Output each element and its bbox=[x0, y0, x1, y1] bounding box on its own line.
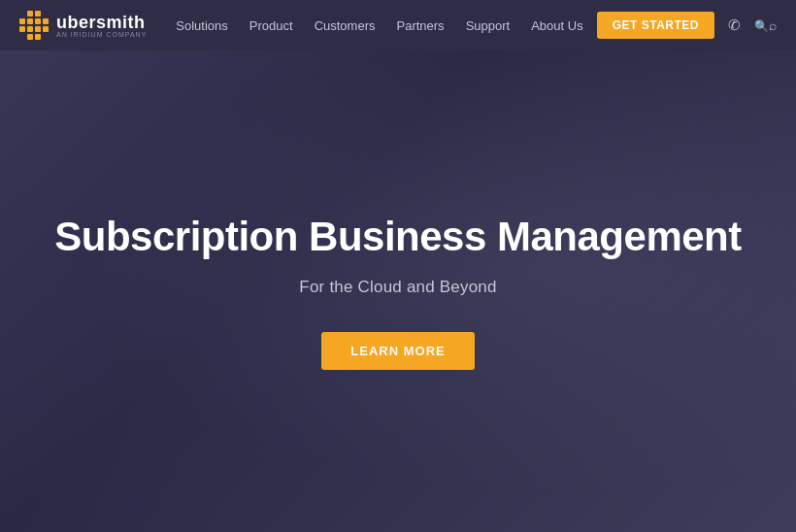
header-actions: GET STARTED ✆ ⌕ bbox=[597, 12, 777, 39]
nav-item-partners[interactable]: Partners bbox=[396, 18, 444, 33]
search-icon[interactable]: ⌕ bbox=[754, 17, 777, 33]
nav-item-customers[interactable]: Customers bbox=[315, 18, 376, 33]
nav-item-about[interactable]: About Us bbox=[531, 18, 582, 33]
main-nav: Solutions Product Customers Partners Sup… bbox=[176, 18, 596, 33]
hero-title: Subscription Business Management bbox=[54, 213, 741, 261]
site-header: ubersmith AN IRIDIUM COMPANY Solutions P… bbox=[0, 0, 796, 50]
phone-icon[interactable]: ✆ bbox=[728, 17, 741, 34]
get-started-button[interactable]: GET STARTED bbox=[597, 12, 714, 39]
nav-item-support[interactable]: Support bbox=[466, 18, 511, 33]
nav-item-solutions[interactable]: Solutions bbox=[176, 18, 227, 33]
nav-item-product[interactable]: Product bbox=[249, 18, 293, 33]
learn-more-button[interactable]: LEARN MORE bbox=[321, 332, 474, 370]
logo-tagline: AN IRIDIUM COMPANY bbox=[56, 31, 147, 38]
logo-grid-icon bbox=[19, 11, 49, 40]
hero-section: Subscription Business Management For the… bbox=[0, 0, 796, 532]
hero-content: Subscription Business Management For the… bbox=[54, 213, 741, 369]
logo-text: ubersmith bbox=[56, 13, 146, 32]
logo[interactable]: ubersmith AN IRIDIUM COMPANY bbox=[19, 11, 147, 40]
hero-subtitle: For the Cloud and Beyond bbox=[54, 278, 741, 297]
